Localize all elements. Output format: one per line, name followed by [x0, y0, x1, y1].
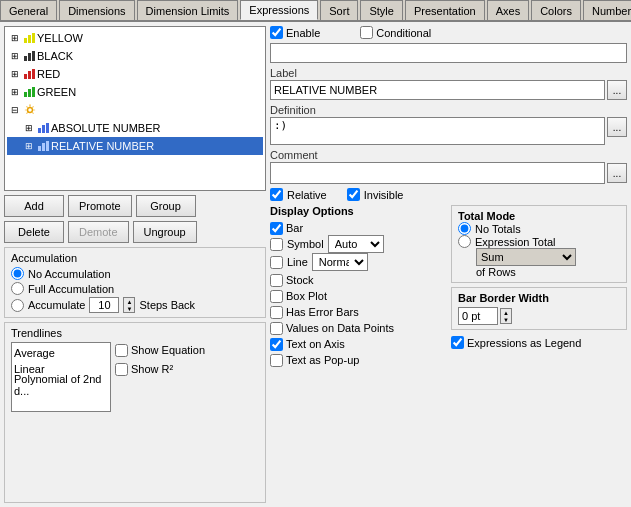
svg-rect-3: [24, 56, 27, 61]
expression-tree[interactable]: ⊞ YELLOW ⊞ BLACK ⊞: [4, 26, 266, 191]
steps-spinner[interactable]: ▲ ▼: [123, 297, 135, 313]
trend-item-average[interactable]: Average: [14, 345, 108, 361]
group-button[interactable]: Group: [136, 195, 196, 217]
expand-icon-red[interactable]: ⊞: [9, 68, 21, 80]
svg-rect-4: [28, 53, 31, 61]
bar-border-down-arrow[interactable]: ▼: [501, 316, 511, 323]
tab-general[interactable]: General: [0, 0, 57, 20]
show-equation-checkbox[interactable]: [115, 344, 128, 357]
tab-dimensions[interactable]: Dimensions: [59, 0, 134, 20]
definition-field-row: :) ...: [270, 117, 627, 145]
accumulate-radio[interactable]: [11, 299, 24, 312]
bar-border-input[interactable]: [458, 307, 498, 325]
tab-presentation[interactable]: Presentation: [405, 0, 485, 20]
bar-checkbox[interactable]: [270, 222, 283, 235]
of-rows-label: of Rows: [458, 266, 620, 278]
display-options-title: Display Options: [270, 205, 445, 217]
add-button[interactable]: Add: [4, 195, 64, 217]
stock-label: Stock: [286, 274, 314, 286]
promote-button[interactable]: Promote: [68, 195, 132, 217]
tab-number[interactable]: Number: [583, 0, 631, 20]
tab-style[interactable]: Style: [360, 0, 402, 20]
values-data-points-row: Values on Data Points: [270, 320, 445, 336]
relative-checkbox[interactable]: [270, 188, 283, 201]
trend-label-polynomial: Polynomial of 2nd d...: [14, 373, 108, 397]
demote-button[interactable]: Demote: [68, 221, 129, 243]
stock-checkbox[interactable]: [270, 274, 283, 287]
label-field-row: ...: [270, 80, 627, 100]
show-r2-label: Show R²: [131, 363, 173, 375]
expand-icon-absolute[interactable]: ⊞: [23, 122, 35, 134]
tree-item-yellow[interactable]: ⊞ YELLOW: [7, 29, 263, 47]
steps-down-arrow[interactable]: ▼: [124, 305, 134, 312]
no-totals-radio[interactable]: [458, 222, 471, 235]
text-on-axis-checkbox[interactable]: [270, 338, 283, 351]
expression-total-radio[interactable]: [458, 235, 471, 248]
tree-item-absolute[interactable]: ⊞ ABSOLUTE NUMBER: [7, 119, 263, 137]
show-r2-checkbox[interactable]: [115, 363, 128, 376]
expand-icon-relative[interactable]: ⊞: [23, 140, 35, 152]
svg-rect-0: [24, 38, 27, 43]
label-ellipsis-button[interactable]: ...: [607, 80, 627, 100]
steps-up-arrow[interactable]: ▲: [124, 298, 134, 305]
expressions-legend-checkbox[interactable]: [451, 336, 464, 349]
expand-icon-gear[interactable]: ⊟: [9, 104, 21, 116]
steps-input[interactable]: [89, 297, 119, 313]
box-plot-checkbox[interactable]: [270, 290, 283, 303]
sum-select[interactable]: Sum: [476, 248, 576, 266]
stock-row: Stock: [270, 272, 445, 288]
conditional-checkbox[interactable]: [360, 26, 373, 39]
no-accumulation-radio[interactable]: [11, 267, 24, 280]
enable-checkbox[interactable]: [270, 26, 283, 39]
expand-icon-black[interactable]: ⊞: [9, 50, 21, 62]
tree-item-gear[interactable]: ⊟: [7, 101, 263, 119]
tab-dimension-limits[interactable]: Dimension Limits: [137, 0, 239, 20]
error-bars-checkbox[interactable]: [270, 306, 283, 319]
symbol-select[interactable]: Auto: [328, 235, 384, 253]
values-data-points-label: Values on Data Points: [286, 322, 394, 334]
line-select[interactable]: Normal: [312, 253, 368, 271]
definition-input[interactable]: :): [270, 117, 605, 145]
definition-ellipsis-button[interactable]: ...: [607, 117, 627, 137]
tab-colors[interactable]: Colors: [531, 0, 581, 20]
delete-button[interactable]: Delete: [4, 221, 64, 243]
text-as-popup-checkbox[interactable]: [270, 354, 283, 367]
invisible-row: Invisible: [347, 188, 404, 201]
tree-item-relative[interactable]: ⊞ RELATIVE NUMBER: [7, 137, 263, 155]
show-r2-row: Show R²: [115, 361, 205, 377]
sum-row: Sum: [458, 248, 620, 266]
tree-item-green[interactable]: ⊞ GREEN: [7, 83, 263, 101]
symbol-checkbox[interactable]: [270, 238, 283, 251]
comment-ellipsis-button[interactable]: ...: [607, 163, 627, 183]
bar-border-spinner[interactable]: ▲ ▼: [500, 308, 512, 324]
relative-label: Relative: [287, 189, 327, 201]
ungroup-button[interactable]: Ungroup: [133, 221, 197, 243]
tab-expressions[interactable]: Expressions: [240, 0, 318, 20]
invisible-checkbox[interactable]: [347, 188, 360, 201]
line-checkbox[interactable]: [270, 256, 283, 269]
svg-rect-13: [38, 128, 41, 133]
error-bars-label: Has Error Bars: [286, 306, 359, 318]
comment-input[interactable]: [270, 162, 605, 184]
bar-border-up-arrow[interactable]: ▲: [501, 309, 511, 316]
tree-item-black[interactable]: ⊞ BLACK: [7, 47, 263, 65]
right-panel: Enable Conditional Label ... Definition …: [270, 26, 627, 503]
label-input[interactable]: [270, 80, 605, 100]
trend-item-polynomial[interactable]: Polynomial of 2nd d...: [14, 377, 108, 393]
conditional-input[interactable]: [270, 43, 627, 63]
svg-rect-16: [38, 146, 41, 151]
svg-rect-1: [28, 35, 31, 43]
symbol-row: Symbol Auto: [270, 236, 445, 252]
tree-item-red[interactable]: ⊞ RED: [7, 65, 263, 83]
values-data-points-checkbox[interactable]: [270, 322, 283, 335]
tab-sort[interactable]: Sort: [320, 0, 358, 20]
expand-icon-yellow[interactable]: ⊞: [9, 32, 21, 44]
svg-rect-11: [32, 87, 35, 97]
comment-field-row: ...: [270, 162, 627, 184]
full-accumulation-radio[interactable]: [11, 282, 24, 295]
bar-border-section: Bar Border Width ▲ ▼: [451, 287, 627, 330]
expand-icon-green[interactable]: ⊞: [9, 86, 21, 98]
trendlines-list[interactable]: Average Linear Polynomial of 2nd d...: [11, 342, 111, 412]
text-on-axis-row: Text on Axis: [270, 336, 445, 352]
tab-axes[interactable]: Axes: [487, 0, 529, 20]
